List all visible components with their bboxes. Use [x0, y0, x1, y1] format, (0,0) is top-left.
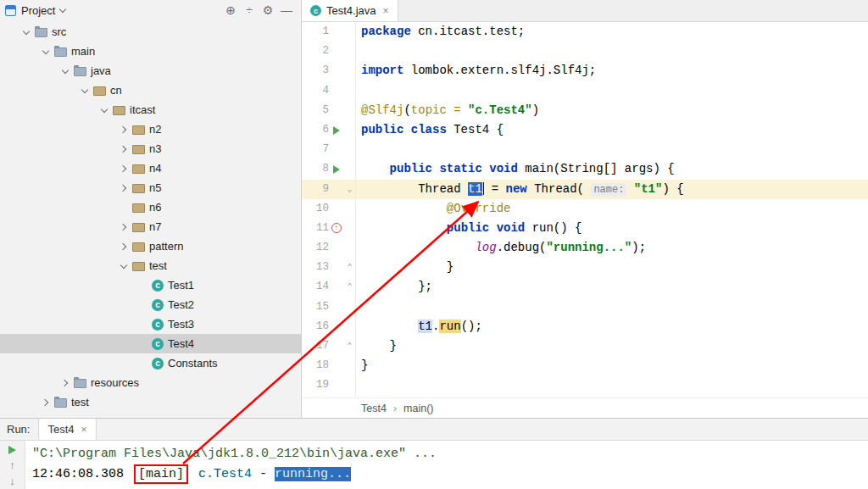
down-arrow-icon[interactable]: ↓ — [9, 475, 15, 486]
tree-item-test1[interactable]: cTest1 — [0, 275, 301, 295]
chevron-right-icon[interactable] — [117, 220, 131, 234]
breadcrumb-method[interactable]: main() — [403, 403, 433, 414]
chevron-down-icon[interactable] — [59, 6, 66, 13]
code-line-7[interactable]: 7 — [302, 140, 868, 159]
chevron-right-icon[interactable] — [117, 240, 131, 253]
chevron-right-icon[interactable] — [39, 396, 53, 409]
locate-icon[interactable]: ⊕ — [221, 3, 240, 17]
code-line-8[interactable]: 8 public static void main(String[] args)… — [302, 159, 868, 179]
tree-item-label: n4 — [149, 162, 161, 175]
code-text: t1.run(); — [356, 317, 482, 336]
chevron-right-icon[interactable] — [58, 376, 72, 390]
close-icon[interactable]: × — [81, 424, 87, 436]
code-line-16[interactable]: 16 t1.run(); — [302, 317, 868, 336]
tree-item-test[interactable]: test — [0, 392, 301, 412]
breadcrumb-separator-icon: › — [393, 403, 397, 414]
chevron-right-icon[interactable] — [117, 123, 131, 136]
tab-test4-java[interactable]: c Test4.java × — [302, 0, 398, 21]
ide-window: Project ⊕ ÷ ⚙ — srcmainjavacnitcastn2n3n… — [0, 0, 868, 489]
code-line-12[interactable]: 12 log.debug("running..."); — [302, 238, 868, 258]
main-thread-label: [main] — [134, 464, 188, 484]
code-line-2[interactable]: 2 — [302, 42, 868, 61]
class-icon: c — [152, 338, 164, 350]
code-line-10[interactable]: 10 @Override — [302, 199, 868, 219]
code-line-3[interactable]: 3import lombok.extern.slf4j.Slf4j; — [302, 61, 868, 81]
line-number: 11 — [302, 219, 329, 238]
code-line-9[interactable]: 9⌄ Thread t1 = new Thread( name: "t1") { — [302, 180, 868, 199]
fold-icon[interactable]: ⌄ — [344, 180, 356, 199]
fold-slot — [344, 199, 356, 219]
code-line-6[interactable]: 6public class Test4 { — [302, 120, 868, 140]
tree-item-pattern[interactable]: pattern — [0, 236, 301, 256]
code-text: public static void main(String[] args) { — [356, 159, 675, 179]
selected-console-text: running... — [275, 467, 351, 481]
rerun-icon[interactable] — [8, 446, 16, 454]
tree-item-src[interactable]: src — [0, 22, 301, 42]
fold-slot — [344, 101, 356, 120]
code-line-17[interactable]: 17⌃ } — [302, 336, 868, 356]
chevron-down-icon[interactable] — [97, 103, 111, 117]
project-panel-title[interactable]: Project — [21, 4, 55, 17]
chevron-spacer — [136, 298, 150, 312]
hide-panel-icon[interactable]: — — [277, 3, 296, 17]
tree-item-resources[interactable]: resources — [0, 373, 301, 392]
code-line-18[interactable]: 18} — [302, 356, 868, 375]
tree-item-test2[interactable]: cTest2 — [0, 295, 301, 314]
console-output[interactable]: "C:\Program Files\Java\jdk1.8.0_212\bin\… — [25, 441, 868, 489]
tree-item-constants[interactable]: cConstants — [0, 353, 301, 373]
fold-icon[interactable]: ⌃ — [344, 277, 356, 297]
run-line-icon[interactable] — [329, 120, 344, 140]
fold-icon[interactable]: ⌃ — [344, 336, 356, 356]
collapse-all-icon[interactable]: ÷ — [240, 3, 259, 17]
up-arrow-icon[interactable]: ↑ — [9, 459, 15, 470]
chevron-down-icon[interactable] — [19, 25, 33, 39]
line-number: 17 — [302, 336, 329, 356]
tree-item-n4[interactable]: n4 — [0, 158, 301, 178]
chevron-right-icon[interactable] — [117, 142, 131, 156]
code-line-13[interactable]: 13⌃ } — [302, 258, 868, 277]
code-line-5[interactable]: 5@Slf4j(topic = "c.Test4") — [302, 101, 868, 120]
run-line-icon[interactable] — [329, 159, 344, 179]
tree-item-java[interactable]: java — [0, 61, 301, 81]
chevron-down-icon[interactable] — [78, 84, 92, 97]
code-line-1[interactable]: 1package cn.itcast.test; — [302, 22, 868, 42]
line-number: 16 — [302, 317, 329, 336]
tab-label: Test4.java — [326, 4, 376, 17]
code-line-11[interactable]: 11↑ public void run() { — [302, 219, 868, 238]
tree-item-n7[interactable]: n7 — [0, 217, 301, 236]
package-icon — [132, 242, 145, 252]
tree-item-test[interactable]: test — [0, 256, 301, 275]
fold-icon[interactable]: ⌃ — [344, 258, 356, 277]
tree-item-test3[interactable]: cTest3 — [0, 314, 301, 334]
tree-item-test4[interactable]: cTest4 — [0, 334, 301, 353]
chevron-right-icon[interactable] — [117, 181, 131, 195]
chevron-down-icon[interactable] — [39, 45, 53, 58]
chevron-spacer — [136, 357, 150, 370]
tree-item-n5[interactable]: n5 — [0, 178, 301, 197]
chevron-down-icon[interactable] — [58, 64, 72, 78]
code-line-15[interactable]: 15 — [302, 297, 868, 317]
tree-item-n2[interactable]: n2 — [0, 119, 301, 139]
code-line-19[interactable]: 19 — [302, 375, 868, 395]
project-tree: srcmainjavacnitcastn2n3n4n5n6n7patternte… — [0, 20, 301, 412]
chevron-down-icon[interactable] — [117, 259, 131, 273]
settings-icon[interactable]: ⚙ — [259, 3, 277, 17]
gutter-icon-slot — [329, 61, 344, 81]
tree-item-cn[interactable]: cn — [0, 81, 301, 100]
run-tab-test4[interactable]: Test4 × — [38, 419, 96, 440]
tree-item-itcast[interactable]: itcast — [0, 100, 301, 119]
editor: c Test4.java × 1package cn.itcast.test;2… — [302, 0, 868, 418]
tree-item-main[interactable]: main — [0, 42, 301, 61]
tree-item-n3[interactable]: n3 — [0, 139, 301, 158]
breadcrumb-class[interactable]: Test4 — [361, 403, 387, 414]
close-icon[interactable]: × — [383, 5, 389, 17]
line-number: 18 — [302, 356, 329, 375]
run-tab-label: Test4 — [47, 423, 74, 436]
code-line-4[interactable]: 4 — [302, 81, 868, 101]
fold-slot — [344, 317, 356, 336]
overriding-method-icon[interactable]: ↑ — [329, 219, 344, 238]
code-line-14[interactable]: 14⌃ }; — [302, 277, 868, 297]
tree-item-n6[interactable]: n6 — [0, 197, 301, 217]
chevron-right-icon[interactable] — [117, 162, 131, 175]
chevron-spacer — [136, 318, 150, 331]
